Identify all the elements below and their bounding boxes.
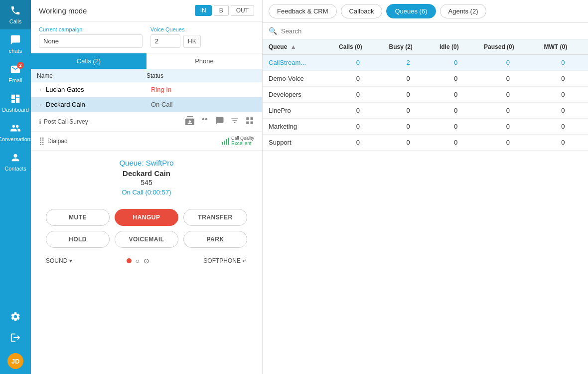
queue-cell-idle: 0 — [434, 71, 478, 87]
call-timer: On Call (0:00:57) — [39, 188, 254, 196]
bar-4 — [228, 138, 229, 145]
queue-table-row[interactable]: CallStream... 0 2 0 0 0 — [263, 55, 588, 71]
park-button[interactable]: PARK — [183, 231, 247, 248]
dialpad-dots-icon: ⣿ — [39, 136, 44, 146]
queue-cell-busy: 0 — [383, 103, 434, 119]
radio-btn-1[interactable]: ○ — [136, 257, 140, 265]
nav-feedback-crm[interactable]: Feedback & CRM — [269, 4, 337, 18]
radio-btn-2[interactable]: ⊙ — [144, 257, 149, 265]
mode-in-button[interactable]: IN — [195, 5, 212, 16]
queue-table-row[interactable]: Developers 0 0 0 0 0 — [263, 87, 588, 103]
voice-queues-input[interactable] — [150, 34, 180, 48]
transfer-icon[interactable] — [200, 116, 209, 127]
email-icon: 2 — [10, 64, 21, 76]
mute-button[interactable]: MUTE — [46, 209, 110, 226]
comment-icon[interactable] — [215, 116, 224, 127]
red-dot — [127, 258, 132, 263]
sidebar-item-conversations-label: Conversations — [0, 136, 33, 142]
queue-cell-paused: 0 — [478, 103, 538, 119]
queue-cell-mwt: 0 — [538, 71, 588, 87]
queue-cell-mwt: 0 — [538, 135, 588, 151]
queue-cell-paused: 0 — [478, 119, 538, 135]
nav-callback[interactable]: Callback — [341, 4, 383, 18]
queue-cell-mwt: 0 — [538, 55, 588, 71]
sidebar-item-contacts[interactable]: Contacts — [0, 147, 31, 177]
queue-cell-queue: Marketing — [263, 119, 333, 135]
grid-icon[interactable] — [245, 116, 254, 127]
queue-cell-calls: 0 — [333, 87, 383, 103]
sidebar-item-chats[interactable]: chats — [0, 29, 31, 59]
queue-table-header-row: Queue ▲ Calls (0) Busy (2) Idle (0) Paus… — [263, 39, 588, 55]
bar-3 — [226, 139, 227, 145]
calls-name-2: Deckard Cain — [46, 101, 151, 108]
sidebar-item-conversations[interactable]: Conversations — [0, 118, 31, 147]
sound-text: SOUND — [46, 257, 67, 264]
sidebar-item-settings[interactable] — [0, 306, 31, 327]
calls-tab-calls[interactable]: Calls (2) — [31, 53, 147, 69]
queue-cell-paused: 0 — [478, 135, 538, 151]
call-actions: MUTE HANGUP TRANSFER HOLD VOICEMAIL PARK — [31, 204, 262, 253]
queue-cell-mwt: 0 — [538, 103, 588, 119]
contacts-icon — [10, 152, 21, 164]
working-mode-title: Working mode — [39, 6, 87, 15]
sidebar-item-dashboard[interactable]: Dashboard — [0, 88, 31, 118]
nav-agents[interactable]: Agents (2) — [440, 4, 487, 18]
search-bar: 🔍 — [263, 23, 588, 39]
queue-cell-busy: 0 — [383, 87, 434, 103]
arrow-icon-1: → — [37, 86, 43, 93]
nav-queues[interactable]: Queues (6) — [386, 4, 436, 18]
queue-col-queue[interactable]: Queue ▲ — [263, 39, 333, 55]
conversations-icon — [10, 123, 21, 135]
queue-col-paused: Paused (0) — [478, 39, 538, 55]
main-area: Working mode IN B OUT Current campaign V… — [31, 0, 588, 374]
queue-table-row[interactable]: Demo-Voice 0 0 0 0 0 — [263, 71, 588, 87]
calls-row-1[interactable]: → Lucian Gates Ring In — [31, 82, 262, 97]
softphone-text: SOFTPHONE — [203, 257, 241, 264]
hk-button[interactable]: HK — [183, 35, 201, 48]
dashboard-icon — [10, 93, 21, 105]
mode-break-button[interactable]: B — [214, 5, 229, 16]
hangup-button[interactable]: HANGUP — [115, 209, 178, 226]
queue-cell-queue: Support — [263, 135, 333, 151]
transfer-button[interactable]: TRANSFER — [183, 209, 247, 226]
campaign-label: Current campaign — [39, 26, 143, 32]
calls-row-2[interactable]: → Deckard Cain On Call — [31, 97, 262, 112]
hold-button[interactable]: HOLD — [46, 231, 110, 248]
sidebar-item-calls[interactable]: Calls — [0, 0, 31, 29]
calls-col-status-header: Status — [147, 72, 256, 79]
queue-table-row[interactable]: Support 0 0 0 0 0 — [263, 135, 588, 151]
voice-queues-controls: HK — [150, 34, 254, 48]
queue-cell-calls: 0 — [333, 71, 383, 87]
call-quality-status: Excellent — [231, 141, 254, 146]
sidebar-item-calls-label: Calls — [9, 18, 21, 24]
post-call-survey[interactable]: ℹ Post Call Survey — [39, 118, 88, 126]
mixer-icon[interactable] — [230, 116, 239, 127]
campaign-input[interactable] — [39, 34, 143, 48]
queue-cell-paused: 0 — [478, 71, 538, 87]
queue-name: Queue: SwiftPro — [39, 159, 254, 167]
sidebar-item-avatar[interactable]: JD — [0, 348, 31, 374]
sound-label[interactable]: SOUND ▾ — [46, 257, 72, 264]
queue-table-row[interactable]: LinePro 0 0 0 0 0 — [263, 103, 588, 119]
dialpad-button[interactable]: ⣿ Dialpad — [39, 136, 68, 146]
voice-queues-field: Voice Queues HK — [150, 26, 254, 48]
caller-name: Deckard Cain — [39, 169, 254, 178]
action-row-1: MUTE HANGUP TRANSFER — [46, 209, 247, 226]
queue-col-busy: Busy (2) — [383, 39, 434, 55]
queue-cell-queue: Demo-Voice — [263, 71, 333, 87]
gear-icon — [10, 311, 21, 322]
chat-icon — [10, 34, 21, 46]
search-input[interactable] — [281, 27, 582, 35]
voicemail-button[interactable]: VOICEMAIL — [115, 231, 178, 248]
post-call-survey-label: Post Call Survey — [44, 118, 88, 125]
mode-out-button[interactable]: OUT — [231, 5, 254, 16]
queue-col-mwt: MWT (0) — [538, 39, 588, 55]
calls-tab-phone[interactable]: Phone — [147, 53, 262, 69]
queue-cell-calls: 0 — [333, 55, 383, 71]
queue-cell-idle: 0 — [434, 55, 478, 71]
contact-icon[interactable] — [185, 116, 194, 127]
sidebar-item-logout[interactable] — [0, 327, 31, 348]
queue-table-row[interactable]: Marketing 0 0 0 0 0 — [263, 119, 588, 135]
queue-cell-queue: LinePro — [263, 103, 333, 119]
sidebar-item-email[interactable]: 2 Email — [0, 59, 31, 88]
